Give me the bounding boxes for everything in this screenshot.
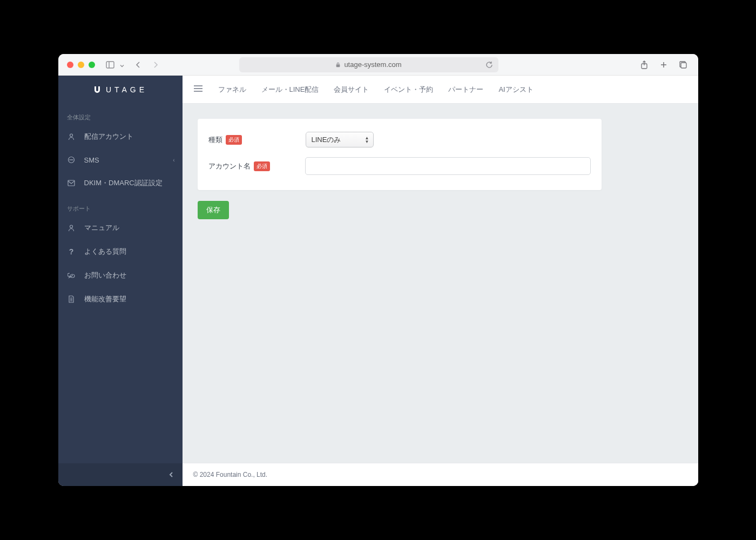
browser-window: utage-system.com UTAGE 全体設定 (58, 54, 698, 486)
question-icon: ? (67, 247, 76, 256)
account-name-label-text: アカウント名 (208, 161, 251, 171)
sidebar-section-support: サポート (58, 195, 183, 216)
svg-point-14 (70, 225, 72, 228)
hamburger-icon[interactable] (193, 85, 203, 94)
svg-point-12 (72, 160, 73, 160)
chat-icon (67, 271, 76, 280)
form-row-account-name: アカウント名 必須 (208, 157, 591, 175)
nav-mail-line[interactable]: メール・LINE配信 (261, 85, 319, 94)
browser-nav-buttons (131, 58, 163, 71)
sidebar-item-delivery-account[interactable]: 配信アカウント (58, 125, 183, 148)
forward-button[interactable] (148, 58, 163, 71)
sidebar-item-label: よくある質問 (84, 247, 126, 256)
sidebar-item-contact[interactable]: お問い合わせ (58, 264, 183, 287)
user-icon (67, 224, 76, 232)
nav-member-site[interactable]: 会員サイト (334, 85, 369, 94)
tabs-icon[interactable] (677, 58, 690, 71)
close-window-button[interactable] (67, 62, 73, 68)
traffic-lights (67, 62, 95, 68)
logo-text: UTAGE (106, 85, 147, 94)
nav-funnel[interactable]: ファネル (218, 85, 246, 94)
browser-chrome: utage-system.com (58, 54, 698, 76)
nav-partner[interactable]: パートナー (448, 85, 483, 94)
sidebar-item-label: DKIM・DMARC認証設定 (84, 178, 163, 188)
top-nav: ファネル メール・LINE配信 会員サイト イベント・予約 パートナー AIアシ… (183, 76, 698, 104)
content-area: 種類 必須 LINEのみ ▲▼ アカウント名 必 (183, 104, 698, 463)
sms-icon (67, 156, 76, 164)
svg-point-11 (71, 160, 71, 160)
lock-icon (335, 62, 341, 68)
account-name-input[interactable] (305, 157, 591, 175)
required-badge: 必須 (226, 135, 242, 145)
sidebar-item-label: SMS (84, 156, 99, 164)
sidebar-item-dkim[interactable]: DKIM・DMARC認証設定 (58, 171, 183, 195)
footer: © 2024 Fountain Co., Ltd. (183, 463, 698, 486)
svg-point-10 (70, 160, 70, 160)
svg-text:?: ? (69, 248, 73, 255)
sidebar-item-label: お問い合わせ (84, 271, 126, 280)
sidebar-item-label: マニュアル (84, 223, 119, 233)
sidebar-toggle-icon[interactable] (104, 58, 117, 71)
form-card: 種類 必須 LINEのみ ▲▼ アカウント名 必 (198, 119, 602, 190)
chevron-down-icon[interactable] (120, 60, 124, 70)
account-name-label: アカウント名 必須 (208, 161, 305, 171)
main-area: ファネル メール・LINE配信 会員サイト イベント・予約 パートナー AIアシ… (183, 76, 698, 486)
sidebar-item-faq[interactable]: ? よくある質問 (58, 240, 183, 264)
reload-icon[interactable] (485, 61, 493, 69)
maximize-window-button[interactable] (89, 62, 95, 68)
form-row-type: 種類 必須 LINEのみ ▲▼ (208, 132, 591, 147)
logo[interactable]: UTAGE (58, 76, 183, 104)
sidebar-section-global: 全体設定 (58, 104, 183, 125)
browser-right-actions (638, 58, 690, 71)
nav-ai-assist[interactable]: AIアシスト (498, 85, 533, 94)
new-tab-icon[interactable] (657, 58, 670, 71)
app-body: UTAGE 全体設定 配信アカウント SMS ‹ (58, 76, 698, 486)
url-bar[interactable]: utage-system.com (239, 57, 498, 72)
sidebar-item-label: 配信アカウント (84, 132, 133, 141)
sidebar-item-manual[interactable]: マニュアル (58, 216, 183, 240)
sidebar-item-label: 機能改善要望 (84, 294, 126, 304)
logo-icon (93, 85, 102, 94)
type-select[interactable]: LINEのみ (306, 132, 374, 147)
envelope-icon (67, 179, 76, 187)
save-button[interactable]: 保存 (198, 201, 229, 219)
url-text: utage-system.com (344, 60, 401, 69)
type-label: 種類 必須 (208, 135, 306, 145)
nav-event[interactable]: イベント・予約 (384, 85, 433, 94)
svg-rect-7 (681, 63, 686, 68)
svg-rect-13 (68, 180, 75, 186)
sidebar-item-feature-request[interactable]: 機能改善要望 (58, 287, 183, 311)
document-icon (67, 295, 76, 303)
user-icon (67, 132, 76, 141)
sidebar: UTAGE 全体設定 配信アカウント SMS ‹ (58, 76, 183, 486)
svg-rect-2 (336, 64, 340, 67)
chevron-left-icon (168, 471, 174, 478)
sidebar-item-sms[interactable]: SMS ‹ (58, 148, 183, 171)
chevron-left-icon: ‹ (173, 157, 174, 163)
back-button[interactable] (131, 58, 146, 71)
share-icon[interactable] (638, 58, 651, 71)
copyright-text: © 2024 Fountain Co., Ltd. (193, 471, 268, 478)
sidebar-collapse-button[interactable] (58, 463, 183, 486)
type-select-wrap: LINEのみ ▲▼ (306, 132, 374, 147)
minimize-window-button[interactable] (78, 62, 84, 68)
type-label-text: 種類 (208, 135, 222, 145)
svg-point-8 (70, 134, 72, 137)
svg-rect-0 (106, 62, 114, 68)
required-badge: 必須 (254, 161, 270, 171)
